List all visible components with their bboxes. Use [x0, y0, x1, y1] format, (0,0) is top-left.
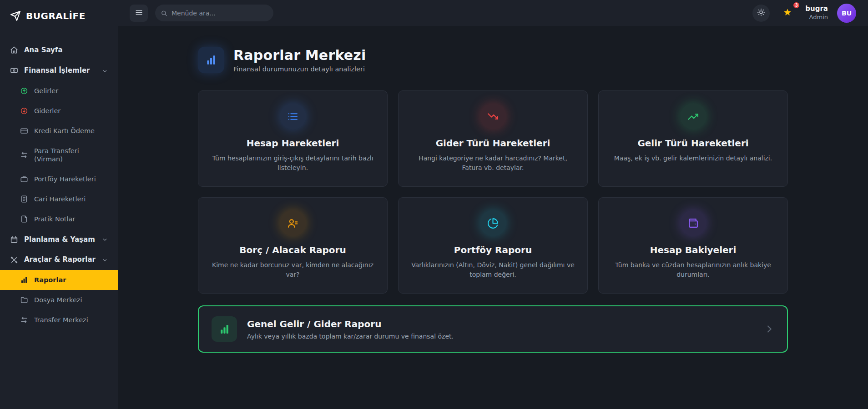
sidebar-item-planlama-yasam[interactable]: Planlama & Yaşam	[0, 229, 118, 250]
list-icon	[280, 103, 306, 130]
sidebar-item-araclar-raporlar[interactable]: Araçlar & Raporlar	[0, 249, 118, 270]
star-icon	[782, 8, 792, 18]
page-subtitle: Finansal durumunuzun detaylı analizleri	[233, 65, 366, 73]
sun-icon	[757, 8, 765, 18]
sidebar-item-pratik-notlar[interactable]: Pratik Notlar	[0, 209, 118, 229]
refresh-arrows-icon	[20, 316, 28, 324]
sidebar-item-transfer-merkezi[interactable]: Transfer Merkezi	[0, 310, 118, 330]
brand-name: BUGRALİFE	[26, 10, 86, 21]
credit-card-icon	[20, 127, 28, 135]
card-borc-alacak-raporu[interactable]: Borç / Alacak Raporu Kime ne kadar borcu…	[198, 197, 388, 294]
app-window: BUGRALİFE Ana Sayfa Finansal İşlemler Ge…	[0, 0, 868, 409]
menu-toggle-button[interactable]	[130, 5, 148, 22]
sidebar-item-label: Cari Hareketleri	[34, 195, 108, 203]
bar-chart-icon	[212, 316, 237, 342]
chevron-down-icon	[102, 68, 108, 74]
card-description: Kime ne kadar borcunuz var, kimden ne al…	[210, 260, 375, 279]
sidebar-item-label: Ana Sayfa	[24, 46, 108, 55]
sidebar-item-label: Planlama & Yaşam	[24, 235, 96, 244]
search-input[interactable]	[155, 5, 273, 21]
card-gelir-turu-hareketleri[interactable]: Gelir Türü Hareketleri Maaş, ek iş vb. g…	[598, 90, 788, 187]
page-header: Raporlar Merkezi Finansal durumunuzun de…	[198, 47, 788, 73]
sidebar-item-label: Transfer Merkezi	[34, 316, 108, 324]
sidebar-item-label: Finansal İşlemler	[24, 66, 96, 75]
sidebar-item-finansal-islemler[interactable]: Finansal İşlemler	[0, 60, 118, 81]
sidebar-item-kredi-karti-odeme[interactable]: Kredi Kartı Ödeme	[0, 121, 118, 141]
sidebar-item-ana-sayfa[interactable]: Ana Sayfa	[0, 40, 118, 60]
arrow-down-circle-icon	[20, 107, 28, 115]
banknote-icon	[10, 66, 18, 75]
calendar-icon	[10, 235, 18, 244]
card-title: Borç / Alacak Raporu	[210, 244, 375, 255]
sidebar-item-portfoy-hareketleri[interactable]: Portföy Hareketleri	[0, 169, 118, 189]
card-portfoy-raporu[interactable]: Portföy Raporu Varlıklarınızın (Altın, D…	[398, 197, 588, 294]
sidebar-item-cari-hareketleri[interactable]: Cari Hareketleri	[0, 189, 118, 209]
sidebar-item-gelirler[interactable]: Gelirler	[0, 81, 118, 101]
card-hesap-bakiyeleri[interactable]: Hesap Bakiyeleri Tüm banka ve cüzdan hes…	[598, 197, 788, 294]
arrow-up-circle-icon	[20, 87, 28, 95]
notification-badge: 3	[792, 1, 800, 9]
card-title: Gider Türü Hareketleri	[410, 138, 575, 149]
sidebar-nav: Ana Sayfa Finansal İşlemler Gelirler Gid…	[0, 32, 118, 330]
card-description: Tüm banka ve cüzdan hesaplarınızın anlık…	[611, 260, 776, 279]
sidebar-item-label: Raporlar	[34, 276, 108, 284]
card-genel-gelir-gider-raporu[interactable]: Genel Gelir / Gider Raporu Aylık veya yı…	[198, 305, 788, 353]
sidebar-item-dosya-merkezi[interactable]: Dosya Merkezi	[0, 290, 118, 310]
hamburger-icon	[135, 8, 143, 18]
sidebar-item-para-transferi[interactable]: Para Transferi (Virman)	[0, 141, 118, 169]
note-icon	[20, 215, 28, 223]
chevron-right-icon	[764, 324, 774, 334]
featured-card-description: Aylık veya yıllık bazda toplam kar/zarar…	[247, 333, 454, 340]
bar-chart-icon	[198, 47, 224, 73]
wallet-icon	[680, 210, 707, 236]
sidebar-item-raporlar[interactable]: Raporlar	[0, 270, 118, 290]
main-content: Raporlar Merkezi Finansal durumunuzun de…	[118, 26, 868, 409]
card-description: Hangi kategoriye ne kadar harcadınız? Ma…	[410, 154, 575, 173]
transfer-arrows-icon	[20, 151, 28, 159]
sidebar-item-label: Gelirler	[34, 87, 108, 95]
favorites-button[interactable]: 3	[779, 5, 796, 22]
bar-chart-icon	[20, 276, 28, 284]
card-description: Tüm hesaplarınızın giriş-çıkış detayları…	[210, 154, 375, 173]
user-info: bugra Admin	[805, 5, 828, 21]
card-hesap-hareketleri[interactable]: Hesap Hareketleri Tüm hesaplarınızın gir…	[198, 90, 388, 187]
topbar: 3 bugra Admin BU	[118, 0, 868, 26]
card-gider-turu-hareketleri[interactable]: Gider Türü Hareketleri Hangi kategoriye …	[398, 90, 588, 187]
sidebar-item-label: Araçlar & Raporlar	[24, 255, 96, 264]
card-title: Hesap Hareketleri	[210, 138, 375, 149]
chevron-down-icon	[102, 257, 108, 263]
brand[interactable]: BUGRALİFE	[0, 0, 118, 32]
briefcase-icon	[20, 175, 28, 183]
sidebar-item-label: Para Transferi (Virman)	[34, 147, 108, 163]
sidebar-item-label: Kredi Kartı Ödeme	[34, 127, 108, 135]
search-box	[155, 5, 273, 21]
search-icon	[161, 10, 167, 16]
page-title: Raporlar Merkezi	[233, 47, 366, 63]
sidebar-item-label: Portföy Hareketleri	[34, 175, 108, 183]
card-title: Portföy Raporu	[410, 244, 575, 255]
folder-icon	[20, 296, 28, 304]
sidebar-item-label: Dosya Merkezi	[34, 296, 108, 304]
sidebar: BUGRALİFE Ana Sayfa Finansal İşlemler Ge…	[0, 0, 118, 409]
avatar[interactable]: BU	[837, 4, 856, 23]
trend-up-icon	[680, 103, 707, 130]
report-cards-grid: Hesap Hareketleri Tüm hesaplarınızın gir…	[198, 90, 788, 294]
theme-toggle-button[interactable]	[752, 5, 770, 22]
featured-card-title: Genel Gelir / Gider Raporu	[247, 319, 454, 329]
main-area: 3 bugra Admin BU Raporlar Merkezi Fina	[118, 0, 868, 409]
user-icon	[280, 210, 306, 236]
pie-chart-icon	[480, 210, 506, 236]
topbar-right: 3 bugra Admin BU	[752, 4, 856, 23]
sidebar-item-giderler[interactable]: Giderler	[0, 101, 118, 121]
sidebar-item-label: Pratik Notlar	[34, 215, 108, 223]
card-title: Gelir Türü Hareketleri	[611, 138, 776, 149]
trend-down-icon	[480, 103, 506, 130]
sidebar-item-label: Giderler	[34, 107, 108, 115]
chevron-down-icon	[102, 236, 108, 242]
card-description: Maaş, ek iş vb. gelir kalemlerinizin det…	[611, 154, 776, 163]
home-icon	[10, 46, 18, 54]
card-title: Hesap Bakiyeleri	[611, 244, 776, 255]
card-description: Varlıklarınızın (Altın, Döviz, Nakit) ge…	[410, 260, 575, 279]
user-name: bugra	[805, 5, 828, 14]
rocket-icon	[10, 10, 21, 21]
